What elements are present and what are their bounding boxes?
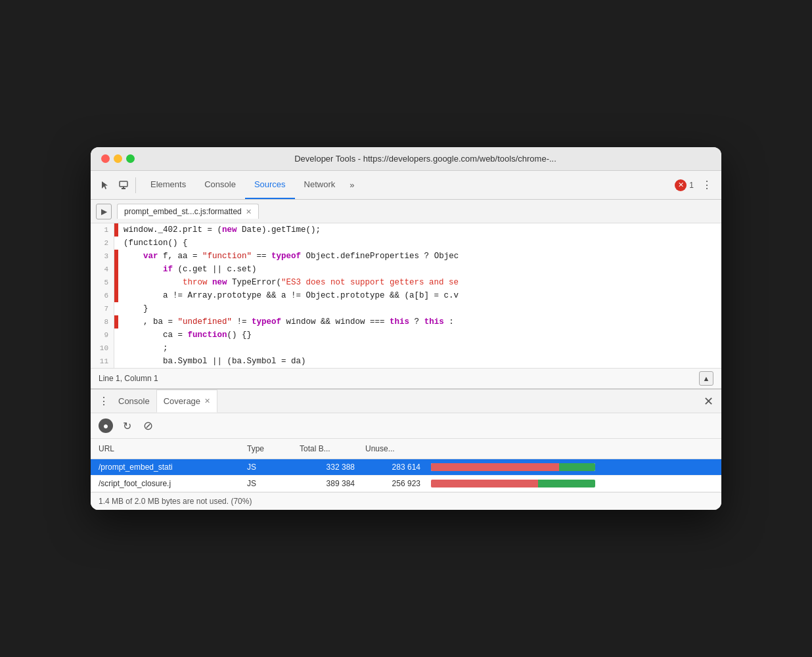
title-bar: Developer Tools - https://developers.goo… [91, 147, 721, 171]
row2-type: JS [242, 476, 294, 491]
error-indicator[interactable]: ✕ 1 [675, 179, 694, 191]
col-header-type[interactable]: Type [242, 442, 294, 456]
row1-bar-container [431, 463, 595, 471]
devtools-tabs-list: Elements Console Sources Network » [141, 171, 360, 199]
row2-bar-green [538, 480, 596, 487]
code-line-3: 3 var f, aa = "function" == typeof Objec… [91, 250, 721, 263]
coverage-table-header: URL Type Total B... Unuse... [91, 439, 721, 459]
format-toggle-icon[interactable]: ▲ [699, 371, 713, 386]
line-content-8: , ba = "undefined" != typeof window && w… [118, 315, 454, 328]
close-button[interactable] [101, 154, 110, 163]
row2-bar [426, 476, 721, 491]
play-button[interactable]: ▶ [96, 204, 112, 219]
row1-total: 332 388 [294, 459, 360, 475]
close-bottom-panel-button[interactable]: ✕ [700, 394, 716, 409]
line-number-1: 1 [91, 223, 114, 237]
record-coverage-button[interactable]: ● [99, 419, 113, 433]
maximize-button[interactable] [126, 154, 135, 163]
line-number-6: 6 [91, 289, 114, 302]
code-line-2: 2 (function() { [91, 237, 721, 250]
coverage-table: URL Type Total B... Unuse... /prompt_emb… [91, 439, 721, 492]
line-number-2: 2 [91, 237, 114, 250]
tab-console[interactable]: Console [195, 171, 245, 199]
code-line-7: 7 } [91, 302, 721, 315]
line-content-1: window._402.prlt = (new Date).getTime(); [118, 223, 321, 237]
devtools-right-controls: ✕ 1 ⋮ [675, 176, 716, 194]
bottom-tabs-bar: ⋮ Console Coverage ✕ ✕ [91, 390, 721, 413]
more-tabs-button[interactable]: » [344, 180, 359, 190]
code-editor: 1 window._402.prlt = (new Date).getTime(… [91, 223, 721, 368]
code-line-9: 9 ca = function() {} [91, 328, 721, 342]
file-tab-label: prompt_embed_st...c.js:formatted [124, 207, 242, 216]
tab-elements[interactable]: Elements [141, 171, 195, 199]
col-header-url[interactable]: URL [91, 442, 242, 456]
line-content-11: ba.Symbol || (ba.Symbol = da) [118, 355, 306, 368]
coverage-row-1[interactable]: /prompt_embed_stati JS 332 388 283 614 [91, 459, 721, 476]
refresh-coverage-button[interactable]: ↻ [120, 419, 134, 433]
line-content-2: (function() { [118, 237, 188, 250]
clear-coverage-button[interactable]: ⊘ [141, 419, 155, 433]
row2-bar-red [431, 480, 538, 487]
line-number-8: 8 [91, 315, 114, 328]
code-line-10: 10 ; [91, 342, 721, 355]
line-content-7: } [118, 302, 148, 315]
line-number-10: 10 [91, 342, 114, 355]
line-content-10: ; [118, 342, 168, 355]
sources-sub-bar: ▶ prompt_embed_st...c.js:formatted ✕ [91, 200, 721, 223]
svg-rect-2 [123, 187, 124, 188]
cursor-position: Line 1, Column 1 [99, 374, 158, 383]
tab-coverage[interactable]: Coverage ✕ [156, 390, 217, 413]
row1-bar-green [559, 463, 595, 471]
row1-bar-red [431, 463, 559, 471]
line-number-3: 3 [91, 250, 114, 263]
file-tab-close[interactable]: ✕ [246, 208, 252, 216]
row2-total: 389 384 [294, 476, 360, 491]
col-header-total[interactable]: Total B... [294, 442, 360, 456]
line-content-5: throw new TypeError("ES3 does not suppor… [118, 276, 459, 289]
code-line-11: 11 ba.Symbol || (ba.Symbol = da) [91, 355, 721, 368]
devtools-window: Developer Tools - https://developers.goo… [91, 147, 721, 510]
minimize-button[interactable] [114, 154, 122, 163]
row2-url: /script_foot_closure.j [91, 476, 242, 491]
col-header-bar [426, 442, 721, 456]
line-content-9: ca = function() {} [118, 328, 252, 342]
tab-console-bottom[interactable]: Console [112, 390, 156, 413]
code-line-6: 6 a != Array.prototype && a != Object.pr… [91, 289, 721, 302]
line-number-4: 4 [91, 263, 114, 276]
tab-network[interactable]: Network [295, 171, 345, 199]
row1-url: /prompt_embed_stati [91, 459, 242, 475]
line-content-6: a != Array.prototype && a != Object.prot… [118, 289, 459, 302]
row1-type: JS [242, 459, 294, 475]
coverage-tab-close[interactable]: ✕ [204, 397, 210, 405]
row1-bar [426, 460, 721, 474]
code-line-1: 1 window._402.prlt = (new Date).getTime(… [91, 223, 721, 237]
line-number-7: 7 [91, 302, 114, 315]
coverage-footer: 1.4 MB of 2.0 MB bytes are not used. (70… [91, 492, 721, 510]
svg-rect-1 [122, 188, 125, 189]
traffic-lights [101, 154, 135, 163]
more-options-icon[interactable]: ⋮ [698, 176, 716, 194]
svg-rect-0 [120, 181, 127, 187]
row2-unused: 256 923 [360, 476, 426, 491]
bottom-more-options-icon[interactable]: ⋮ [96, 394, 112, 409]
coverage-row-2[interactable]: /script_foot_closure.j JS 389 384 256 92… [91, 476, 721, 492]
tab-sources[interactable]: Sources [245, 171, 295, 199]
line-number-9: 9 [91, 328, 114, 342]
code-line-5: 5 throw new TypeError("ES3 does not supp… [91, 276, 721, 289]
coverage-toolbar: ● ↻ ⊘ [91, 413, 721, 439]
inspect-icon[interactable] [114, 176, 133, 194]
line-content-3: var f, aa = "function" == typeof Object.… [118, 250, 459, 263]
window-title: Developer Tools - https://developers.goo… [140, 154, 711, 164]
error-icon: ✕ [675, 179, 687, 191]
status-bar: Line 1, Column 1 ▲ [91, 368, 721, 388]
row1-unused: 283 614 [360, 459, 426, 475]
file-tab[interactable]: prompt_embed_st...c.js:formatted ✕ [117, 204, 259, 219]
bottom-panel: ⋮ Console Coverage ✕ ✕ ● ↻ ⊘ URL Type To… [91, 388, 721, 510]
line-content-4: if (c.get || c.set) [118, 263, 257, 276]
line-number-5: 5 [91, 276, 114, 289]
error-count: 1 [689, 181, 694, 190]
cursor-icon[interactable] [96, 176, 114, 194]
col-header-unused[interactable]: Unuse... [360, 442, 426, 456]
row2-bar-container [431, 480, 595, 487]
code-line-8: 8 , ba = "undefined" != typeof window &&… [91, 315, 721, 328]
